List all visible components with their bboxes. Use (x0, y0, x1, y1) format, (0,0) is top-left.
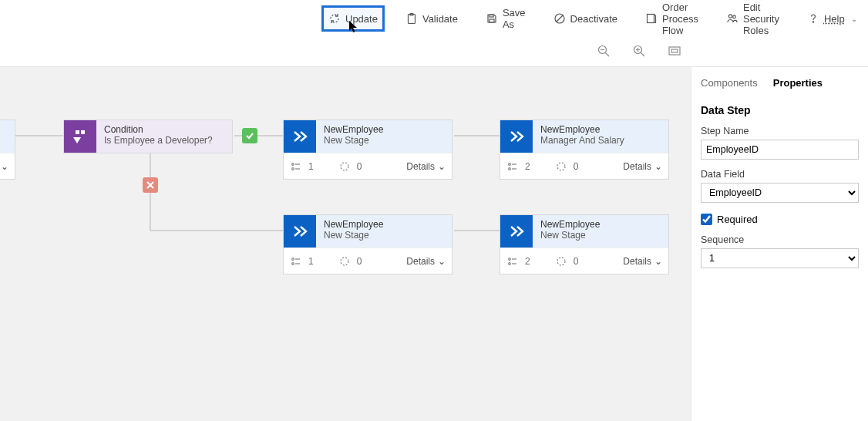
required-checkbox[interactable] (701, 214, 712, 225)
chevron-down-icon: ⌄ (654, 256, 662, 267)
chevron-down-icon: ⌄ (1, 161, 8, 172)
steps-icon (290, 255, 302, 268)
svg-point-37 (292, 258, 294, 260)
details-label: Details (623, 256, 651, 267)
stage-card-truncated[interactable]: ls ⌄ (0, 120, 15, 180)
zoom-out-button[interactable] (597, 44, 611, 61)
svg-line-14 (641, 53, 645, 57)
svg-point-7 (728, 15, 732, 18)
progress-icon (555, 255, 567, 268)
properties-panel: Components Properties Data Step Step Nam… (691, 66, 868, 421)
svg-line-11 (606, 53, 610, 57)
svg-rect-17 (669, 47, 680, 55)
stage-card-newstage-1[interactable]: NewEmployee New Stage 1 0 Details ⌄ (283, 120, 453, 180)
roles-button[interactable]: Edit Security Roles (722, 8, 784, 29)
card-subtitle: Manager And Salary (540, 135, 661, 146)
order-button[interactable]: Order Process Flow (641, 8, 703, 29)
saveas-button[interactable]: Save As (481, 8, 530, 29)
svg-point-46 (557, 258, 565, 265)
svg-point-29 (292, 167, 294, 170)
datafield-select[interactable]: EmployeeID (701, 183, 859, 203)
condition-true-icon (242, 128, 257, 143)
details-button[interactable]: Details ⌄ (623, 256, 662, 267)
condition-icon (64, 120, 96, 153)
save-icon (486, 12, 498, 25)
svg-point-27 (292, 163, 294, 165)
progress-count: 0 (357, 161, 362, 172)
details-label: Details (623, 161, 651, 172)
update-button[interactable]: Update (324, 8, 382, 29)
stage-card-manager-salary[interactable]: NewEmployee Manager And Salary 2 0 Detai… (500, 120, 669, 180)
condition-false-icon (143, 177, 158, 193)
deactivate-label: Deactivate (570, 13, 617, 25)
required-label: Required (717, 214, 758, 225)
svg-rect-2 (490, 15, 493, 17)
help-button[interactable]: Help ⌄ (802, 8, 862, 29)
svg-point-41 (341, 258, 348, 265)
svg-point-32 (509, 163, 511, 165)
svg-point-8 (733, 15, 736, 19)
svg-line-5 (557, 15, 563, 22)
card-subtitle: New Stage (540, 230, 661, 241)
svg-rect-6 (648, 15, 654, 23)
steps-icon (290, 160, 302, 173)
panel-heading: Data Step (701, 104, 859, 116)
zoom-in-button[interactable] (632, 44, 646, 61)
card-title: NewEmployee (324, 219, 444, 230)
stage-icon (500, 120, 533, 153)
progress-icon (555, 160, 567, 173)
card-subtitle: Is Employee a Developer? (104, 135, 224, 146)
update-icon (328, 12, 341, 25)
details-button[interactable]: Details ⌄ (406, 256, 446, 267)
help-icon (807, 12, 819, 25)
tab-components[interactable]: Components (701, 77, 758, 93)
command-bar: Update Validate Save As Deactivate (0, 0, 868, 37)
validate-button[interactable]: Validate (401, 8, 463, 29)
condition-card[interactable]: Condition Is Employee a Developer? (63, 120, 233, 153)
deactivate-button[interactable]: Deactivate (549, 8, 622, 29)
card-title: NewEmployee (540, 124, 661, 135)
details-label: Details (406, 161, 435, 172)
chevron-down-icon: ⌄ (654, 161, 662, 172)
stepname-label: Step Name (701, 126, 859, 136)
card-subtitle: New Stage (324, 230, 444, 241)
svg-point-9 (812, 22, 813, 22)
deactivate-icon (553, 12, 566, 25)
clipboard-icon (405, 12, 418, 25)
validate-label: Validate (422, 13, 458, 25)
stage-card-newstage-3[interactable]: NewEmployee New Stage 2 0 Details ⌄ (500, 214, 669, 274)
progress-count: 0 (574, 161, 579, 172)
roles-label: Edit Security Roles (743, 2, 779, 36)
details-button[interactable]: Details ⌄ (623, 161, 662, 172)
svg-point-44 (509, 262, 511, 264)
steps-icon (506, 255, 519, 268)
svg-point-34 (509, 167, 511, 170)
help-label: Help (824, 13, 845, 25)
details-button[interactable]: Details ⌄ (406, 161, 446, 172)
svg-point-36 (557, 163, 565, 170)
card-title: NewEmployee (324, 124, 444, 135)
chevron-down-icon: ⌄ (851, 15, 857, 23)
steps-count: 1 (308, 256, 314, 267)
stage-card-newstage-2[interactable]: NewEmployee New Stage 1 0 Details ⌄ (283, 214, 453, 274)
progress-count: 0 (357, 256, 362, 267)
zoom-bar (597, 44, 681, 61)
saveas-label: Save As (503, 7, 526, 30)
progress-icon (338, 255, 351, 268)
svg-point-31 (341, 163, 348, 170)
card-title: Condition (104, 124, 224, 135)
card-subtitle: New Stage (324, 135, 444, 146)
fit-canvas-button[interactable] (668, 44, 681, 61)
sequence-select[interactable]: 1 (701, 248, 859, 268)
tab-properties[interactable]: Properties (773, 77, 823, 93)
datafield-label: Data Field (701, 169, 859, 180)
progress-icon (338, 160, 351, 173)
progress-count: 0 (574, 256, 579, 267)
stage-icon (500, 215, 533, 248)
roles-icon (726, 12, 738, 25)
sequence-label: Sequence (701, 234, 859, 245)
stepname-input[interactable] (701, 140, 859, 160)
order-icon (645, 12, 658, 25)
chevron-down-icon: ⌄ (438, 161, 446, 172)
designer-canvas[interactable]: ls ⌄ Condition Is Employee a Developer? … (0, 66, 691, 421)
